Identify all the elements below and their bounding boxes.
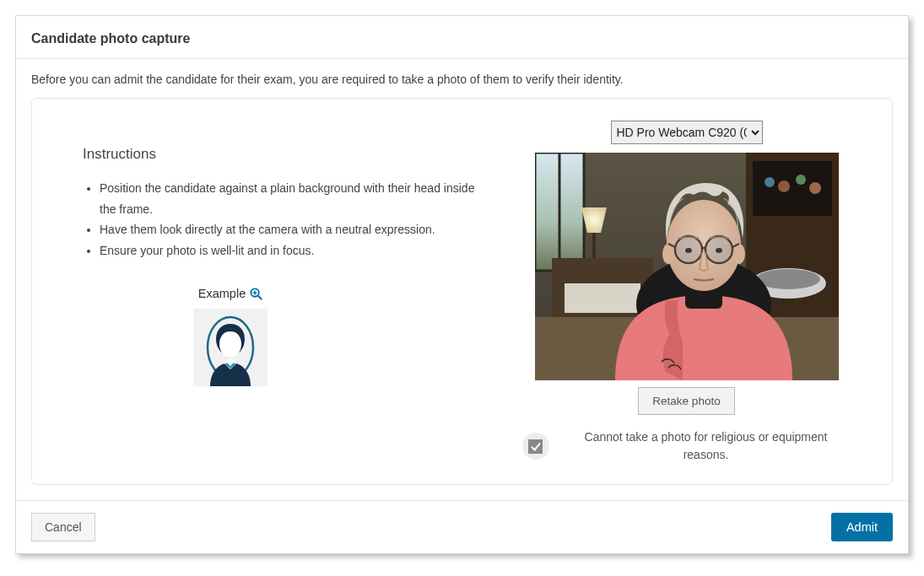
instruction-item: Have them look directly at the camera wi…: [100, 219, 488, 240]
zoom-in-icon[interactable]: [250, 288, 262, 300]
svg-point-15: [796, 175, 806, 185]
svg-point-36: [716, 248, 722, 253]
svg-line-1: [258, 295, 262, 299]
retake-photo-button[interactable]: Retake photo: [638, 387, 734, 415]
intro-text: Before you can admit the candidate for t…: [16, 59, 908, 98]
svg-rect-20: [592, 233, 596, 258]
example-label-text: Example: [198, 287, 246, 300]
instructions-column: Instructions Position the candidate agai…: [83, 121, 488, 464]
content-panel: Instructions Position the candidate agai…: [31, 98, 893, 485]
camera-select[interactable]: HD Pro Webcam C920 (0: [611, 121, 763, 144]
modal-title: Candidate photo capture: [31, 31, 893, 46]
example-label-row[interactable]: Example: [198, 287, 262, 300]
svg-rect-22: [565, 283, 640, 313]
instructions-list: Position the candidate against a plain b…: [100, 178, 488, 261]
svg-point-13: [765, 177, 775, 187]
modal-header: Candidate photo capture: [16, 16, 908, 59]
religious-exemption-label: Cannot take a photo for religious or equ…: [561, 428, 851, 464]
webcam-preview: [535, 153, 839, 380]
religious-checkbox[interactable]: [522, 433, 549, 460]
example-avatar-image: [193, 309, 267, 386]
svg-point-16: [809, 182, 821, 194]
modal-footer: Cancel Admit: [16, 501, 908, 553]
instruction-item: Position the candidate against a plain b…: [100, 178, 488, 219]
photo-capture-modal: Candidate photo capture Before you can a…: [15, 15, 909, 554]
instruction-item: Ensure your photo is well-lit and in foc…: [100, 240, 488, 261]
instructions-heading: Instructions: [83, 146, 488, 163]
svg-point-6: [219, 331, 241, 358]
check-icon: [528, 439, 543, 454]
example-block: Example: [83, 286, 378, 386]
svg-point-35: [685, 248, 692, 253]
religious-exemption-row: Cannot take a photo for religious or equ…: [522, 428, 851, 464]
admit-button[interactable]: Admit: [831, 513, 893, 541]
cancel-button[interactable]: Cancel: [31, 513, 95, 541]
camera-column: HD Pro Webcam C920 (0: [505, 121, 868, 464]
svg-point-14: [778, 180, 790, 192]
